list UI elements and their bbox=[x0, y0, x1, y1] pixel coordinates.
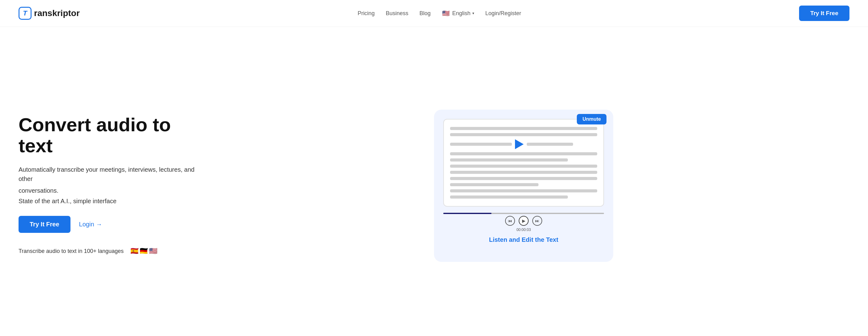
hero-left-content: Convert audio to text Automatically tran… bbox=[19, 114, 198, 257]
audio-track bbox=[443, 213, 604, 214]
listen-edit-label: Listen and Edit the Text bbox=[443, 236, 604, 243]
logo-icon: T bbox=[19, 7, 32, 20]
doc-line-7 bbox=[450, 177, 597, 180]
logo[interactable]: T ranskriptor bbox=[19, 7, 80, 20]
doc-line-4 bbox=[450, 159, 568, 162]
hero-title: Convert audio to text bbox=[19, 114, 198, 156]
unmute-badge[interactable]: Unmute bbox=[577, 114, 607, 125]
doc-line-9 bbox=[450, 189, 597, 192]
flag-group: 🇪🇸 🇩🇪 🇺🇸 bbox=[129, 245, 159, 257]
hero-subtitle2: conversations. bbox=[19, 186, 198, 195]
hero-buttons: Try It Free Login → bbox=[19, 216, 198, 233]
arrow-icon: → bbox=[96, 221, 102, 228]
audio-track-fill bbox=[443, 213, 492, 214]
hero-login-button[interactable]: Login → bbox=[79, 221, 102, 228]
nav-pricing[interactable]: Pricing bbox=[358, 10, 375, 17]
audio-time: 00:00:03 bbox=[517, 228, 531, 232]
nav-try-free-button[interactable]: Try It Free bbox=[799, 6, 849, 21]
illustration-background: Unmute bbox=[434, 110, 613, 262]
audio-rewind-button[interactable]: ⏮ bbox=[505, 216, 515, 226]
chevron-down-icon: ▾ bbox=[472, 11, 474, 15]
audio-forward-button[interactable]: ⏭ bbox=[532, 216, 542, 226]
doc-line-partial bbox=[450, 143, 512, 146]
doc-line-1 bbox=[450, 127, 597, 130]
language-label: English bbox=[452, 10, 470, 17]
logo-letter: T bbox=[23, 9, 27, 17]
flag-usa-icon: 🇺🇸 bbox=[147, 245, 159, 257]
hero-languages: Transcribe audio to text in 100+ languag… bbox=[19, 245, 198, 257]
audio-controls: ⏮ ▶ ⏭ bbox=[505, 216, 542, 226]
doc-line-2 bbox=[450, 133, 597, 136]
hero-subtitle3: State of the art A.I., simple interface bbox=[19, 198, 198, 205]
hero-section: Convert audio to text Automatically tran… bbox=[0, 27, 868, 336]
hero-subtitle1: Automatically transcribe your meetings, … bbox=[19, 165, 198, 183]
language-selector[interactable]: 🇺🇸 English ▾ bbox=[442, 9, 474, 18]
flag-us-icon: 🇺🇸 bbox=[442, 9, 451, 18]
doc-line-3 bbox=[450, 152, 597, 155]
nav-login-register[interactable]: Login/Register bbox=[485, 10, 521, 17]
hero-try-free-button[interactable]: Try It Free bbox=[19, 216, 70, 233]
document-card: Unmute bbox=[443, 119, 604, 207]
hero-illustration: Unmute bbox=[198, 110, 849, 262]
hero-langs-text: Transcribe audio to text in 100+ languag… bbox=[19, 248, 124, 255]
doc-line-6 bbox=[450, 171, 597, 174]
main-nav: Pricing Business Blog 🇺🇸 English ▾ Login… bbox=[358, 9, 521, 18]
site-header: T ranskriptor Pricing Business Blog 🇺🇸 E… bbox=[0, 0, 868, 27]
document-lines bbox=[450, 127, 597, 199]
doc-line-8 bbox=[450, 183, 538, 186]
doc-line-10 bbox=[450, 196, 568, 199]
logo-text: ranskriptor bbox=[34, 8, 80, 18]
doc-line-5 bbox=[450, 165, 597, 168]
nav-business[interactable]: Business bbox=[386, 10, 408, 17]
play-arrow-icon bbox=[515, 139, 524, 149]
audio-player: ⏮ ▶ ⏭ 00:00:03 bbox=[443, 213, 604, 232]
doc-line-partial2 bbox=[527, 143, 573, 146]
doc-line-cursor-row bbox=[450, 139, 597, 149]
play-cursor bbox=[515, 139, 524, 149]
audio-play-button[interactable]: ▶ bbox=[519, 216, 529, 226]
nav-blog[interactable]: Blog bbox=[420, 10, 431, 17]
